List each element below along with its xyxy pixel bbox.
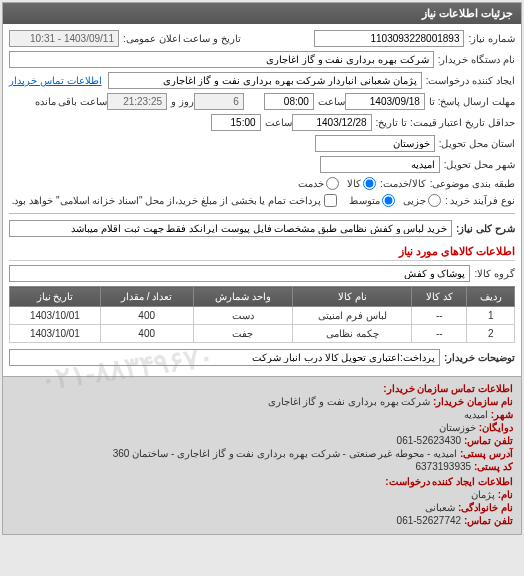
footer-cphone-val: 52627742-061 (397, 515, 462, 526)
footer-contact: اطلاعات تماس سازمان خریدار: نام سازمان خ… (3, 376, 521, 534)
label-time2: ساعت (261, 117, 292, 128)
cell-code: -- (412, 307, 467, 325)
th-name: نام کالا (293, 287, 412, 307)
radio-goods[interactable]: کالا (347, 177, 376, 190)
radio-service[interactable]: خدمت (298, 177, 339, 190)
footer-postal-lbl: آدرس پستی: (460, 448, 513, 459)
label-buyer-notes: توضیحات خریدار: (440, 352, 515, 363)
input-requester[interactable] (108, 72, 422, 89)
checkbox-payment[interactable]: پرداخت تمام یا بخشی از مبلغ خرید،از محل … (12, 194, 337, 207)
radio-medium-label: متوسط (349, 195, 380, 206)
footer-phone-val: 52623430-061 (397, 435, 462, 446)
footer-fname-val: پژمان (471, 489, 495, 500)
radio-group-type: کالا خدمت (298, 177, 376, 190)
input-buyer-notes[interactable] (9, 349, 440, 366)
input-days-left (194, 93, 244, 110)
label-days-and: روز و (167, 96, 194, 107)
label-validity: حداقل تاریخ اعتبار قیمت: تا تاریخ: (372, 117, 515, 128)
label-time1: ساعت (314, 96, 345, 107)
footer-cphone-lbl: تلفن تماس: (464, 515, 513, 526)
cell-row: 1 (467, 307, 515, 325)
footer-org-val: شرکت بهره برداری نفت و گاز اغاجاری (268, 396, 431, 407)
cell-row: 2 (467, 325, 515, 343)
label-packaging: طبقه بندی موضوعی: (426, 178, 515, 189)
footer-postcode-val: 6373193935 (415, 461, 471, 472)
radio-partial[interactable]: جزیی (403, 194, 441, 207)
input-buyer-org[interactable] (9, 51, 434, 68)
cell-unit: دست (193, 307, 293, 325)
radio-group-process: جزیی متوسط (349, 194, 441, 207)
radio-partial-input[interactable] (428, 194, 441, 207)
checkbox-payment-input[interactable] (324, 194, 337, 207)
footer-title: اطلاعات تماس سازمان خریدار: (383, 383, 513, 394)
footer-fname-lbl: نام: (498, 489, 513, 500)
th-code: کد کالا (412, 287, 467, 307)
radio-medium[interactable]: متوسط (349, 194, 395, 207)
label-deadline: مهلت ارسال پاسخ: تا (425, 96, 515, 107)
radio-goods-input[interactable] (363, 177, 376, 190)
th-row: ردیف (467, 287, 515, 307)
input-city[interactable] (320, 156, 440, 173)
input-time-left (107, 93, 167, 110)
th-qty: تعداد / مقدار (100, 287, 193, 307)
footer-phone-lbl: تلفن تماس: (464, 435, 513, 446)
footer-lname-val: شعبانی (425, 502, 455, 513)
cell-name: لباس فرم امنیتی (293, 307, 412, 325)
radio-service-input[interactable] (326, 177, 339, 190)
footer-lname-lbl: نام خانوادگی: (458, 502, 513, 513)
table-row: 1 -- لباس فرم امنیتی دست 400 1403/10/01 (10, 307, 515, 325)
section-items-info: اطلاعات کالاهای مورد نیاز (9, 245, 515, 261)
panel-title: جزئیات اطلاعات نیاز (3, 3, 521, 24)
footer-city-val: امیدیه (464, 409, 488, 420)
label-announce-dt: تاریخ و ساعت اعلان عمومی: (119, 33, 241, 44)
label-general-title: شرح کلی نیاز: (452, 223, 515, 234)
label-remaining: ساعت باقی مانده (31, 96, 108, 107)
radio-service-label: خدمت (298, 178, 324, 189)
label-process-type: نوع فرآیند خرید : (441, 195, 515, 206)
th-unit: واحد شمارش (193, 287, 293, 307)
label-requester: ایجاد کننده درخواست: (422, 75, 515, 86)
input-item-group[interactable] (9, 265, 470, 282)
cell-unit: جفت (193, 325, 293, 343)
footer-city-lbl: شهر: (491, 409, 513, 420)
footer-creator-title: اطلاعات ایجاد کننده درخواست: (385, 476, 513, 487)
label-request-no: شماره نیاز: (464, 33, 515, 44)
footer-prov-lbl: دوایگان: (479, 422, 513, 433)
label-item-group: گروه کالا: (470, 268, 515, 279)
th-date: تاریخ نیاز (10, 287, 101, 307)
label-province: استان محل تحویل: (435, 138, 515, 149)
link-contact[interactable]: اطلاعات تماس خریدار (9, 75, 102, 86)
checkbox-payment-label: پرداخت تمام یا بخشی از مبلغ خرید،از محل … (12, 195, 321, 206)
cell-name: چکمه نظامی (293, 325, 412, 343)
table-row: 2 -- چکمه نظامی جفت 400 1403/10/01 (10, 325, 515, 343)
items-table: ردیف کد کالا نام کالا واحد شمارش تعداد /… (9, 286, 515, 343)
footer-postcode-lbl: کد پستی: (474, 461, 513, 472)
radio-goods-label: کالا (347, 178, 361, 189)
footer-org-lbl: نام سازمان خریدار: (433, 396, 513, 407)
radio-medium-input[interactable] (382, 194, 395, 207)
cell-qty: 400 (100, 307, 193, 325)
footer-prov-val: خوزستان (439, 422, 476, 433)
label-city: شهر محل تحویل: (440, 159, 515, 170)
input-province[interactable] (315, 135, 435, 152)
cell-code: -- (412, 325, 467, 343)
cell-qty: 400 (100, 325, 193, 343)
cell-date: 1403/10/01 (10, 307, 101, 325)
input-announce-dt (9, 30, 119, 47)
input-deadline-date[interactable] (345, 93, 425, 110)
input-general-desc[interactable] (9, 220, 452, 237)
input-request-no[interactable] (314, 30, 464, 47)
cell-date: 1403/10/01 (10, 325, 101, 343)
input-validity-time[interactable] (211, 114, 261, 131)
label-buyer-org: نام دستگاه خریدار: (434, 54, 515, 65)
input-validity-date[interactable] (292, 114, 372, 131)
input-deadline-time[interactable] (264, 93, 314, 110)
radio-partial-label: جزیی (403, 195, 426, 206)
label-item-service: کالا/خدمت: (376, 178, 426, 189)
footer-postal-val: امیدیه - محوطه غیر صنعتی - شرکت بهره برد… (113, 448, 457, 459)
